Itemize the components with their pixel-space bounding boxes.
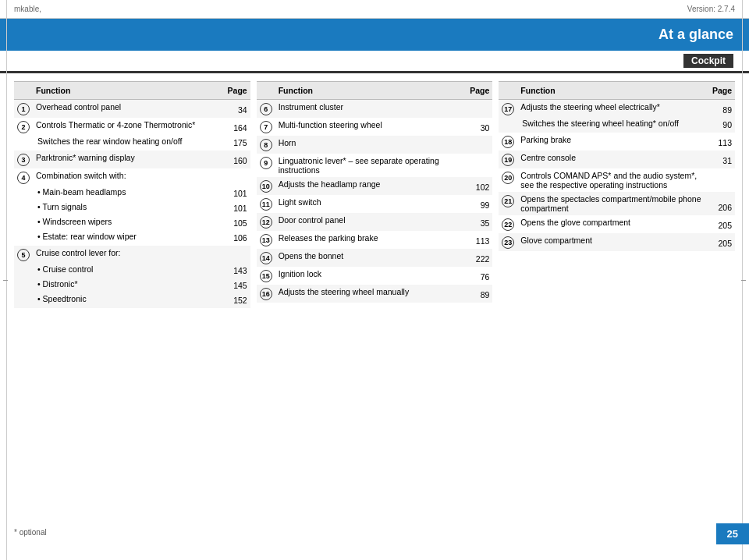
row-function-cell: Controls COMAND APS* and the audio syste… (517, 168, 707, 192)
table-row: 7Multi-function steering wheel30 (257, 118, 493, 136)
table-row: 18Parking brake113 (499, 133, 735, 151)
subrow-function-cell: • Speedtronic (33, 293, 222, 308)
row-function-cell: Door control panel (275, 213, 465, 231)
row-page-cell (464, 154, 492, 177)
table-row: 12Door control panel35 (257, 213, 493, 231)
row-number-cell: 11 (257, 195, 275, 213)
subrow-function-cell: Switches the rear window heating on/off (33, 136, 222, 151)
subrow-empty-cell (14, 136, 33, 151)
table-subrow: • Estate: rear window wiper106 (14, 231, 250, 246)
table-3-header-row: Function Page (499, 82, 735, 100)
table-3-function-header: Function (517, 82, 707, 100)
row-function-cell: Adjusts the steering wheel electrically* (517, 100, 707, 119)
circle-number: 18 (502, 136, 514, 148)
row-function-cell: Multi-function steering wheel (275, 118, 465, 136)
subrow-page-cell: 152 (222, 293, 250, 308)
row-number-cell: 6 (257, 100, 275, 119)
table-row: 1Overhead control panel34 (14, 100, 250, 119)
row-function-cell: Centre console (517, 151, 707, 168)
row-number-cell: 14 (257, 249, 275, 267)
cockpit-label: Cockpit (683, 54, 733, 68)
page-header: mkable, Version: 2.7.4 (0, 0, 749, 19)
row-number-cell: 3 (14, 151, 33, 168)
page-title: At a glance (658, 27, 733, 42)
table-subrow: Switches the steering wheel heating* on/… (499, 118, 735, 133)
row-number-cell: 22 (499, 215, 517, 233)
table-section-2: Function Page 6Instrument cluster7Multi-… (257, 81, 493, 308)
table-section-3: Function Page 17Adjusts the steering whe… (499, 81, 735, 308)
row-page-cell: 102 (464, 177, 492, 195)
subrow-function-cell: • Turn signals (33, 201, 222, 216)
subrow-empty-cell (14, 201, 33, 216)
table-row: 23Glove compartment205 (499, 233, 735, 251)
circle-number: 16 (260, 288, 272, 300)
row-function-cell: Releases the parking brake (275, 231, 465, 249)
table-row: 5Cruise control lever for: (14, 246, 250, 264)
table-row: 16Adjusts the steering wheel manually89 (257, 285, 493, 303)
row-function-cell: Cruise control lever for: (33, 246, 222, 264)
circle-number: 8 (260, 139, 272, 151)
row-function-cell: Linguatronic lever* – see separate opera… (275, 154, 465, 177)
table-row: 10Adjusts the headlamp range102 (257, 177, 493, 195)
row-page-cell (464, 136, 492, 154)
header-center: Version: 2.7.4 (687, 5, 735, 13)
row-number-cell: 19 (499, 151, 517, 168)
row-number-cell: 2 (14, 118, 33, 136)
circle-number: 21 (502, 195, 514, 207)
table-row: 8Horn (257, 136, 493, 154)
subrow-empty-cell (14, 293, 33, 308)
table-row: 3Parktronic* warning display160 (14, 151, 250, 168)
table-row: 9Linguatronic lever* – see separate oper… (257, 154, 493, 177)
subrow-page-cell: 101 (222, 201, 250, 216)
table-1-header-row: Function Page (14, 82, 250, 100)
row-number-cell: 8 (257, 136, 275, 154)
table-1-num-header (14, 82, 33, 100)
subrow-empty-cell (14, 264, 33, 278)
circle-number: 2 (17, 121, 30, 133)
table-subrow: • Windscreen wipers105 (14, 216, 250, 231)
row-page-cell: 206 (707, 192, 735, 215)
row-function-cell: Controls Thermatic or 4-zone Thermotroni… (33, 118, 222, 136)
circle-number: 11 (260, 198, 272, 211)
row-page-cell: 164 (222, 118, 250, 136)
table-row: 6Instrument cluster (257, 100, 493, 119)
table-row: 11Light switch99 (257, 195, 493, 213)
row-page-cell: 76 (464, 267, 492, 285)
row-function-cell: Adjusts the steering wheel manually (275, 285, 465, 303)
circle-number: 19 (502, 154, 514, 166)
row-page-cell: 222 (464, 249, 492, 267)
row-page-cell (222, 168, 250, 186)
subrow-empty-cell (14, 231, 33, 246)
row-function-cell: Parking brake (517, 133, 707, 151)
table-row: 15Ignition lock76 (257, 267, 493, 285)
row-function-cell: Horn (275, 136, 465, 154)
subrow-function-cell: • Main-beam headlamps (33, 186, 222, 201)
subrow-page-cell: 106 (222, 231, 250, 246)
subrow-page-cell: 101 (222, 186, 250, 201)
row-function-cell: Combination switch with: (33, 168, 222, 186)
table-1-page-header: Page (222, 82, 250, 100)
subrow-page-cell: 175 (222, 136, 250, 151)
row-function-cell: Overhead control panel (33, 100, 222, 119)
table-row: 22Opens the glove compartment205 (499, 215, 735, 233)
row-page-cell: 113 (707, 133, 735, 151)
circle-number: 23 (502, 236, 514, 249)
row-page-cell: 113 (464, 231, 492, 249)
row-function-cell: Parktronic* warning display (33, 151, 222, 168)
subrow-function-cell: • Cruise control (33, 264, 222, 278)
table-3-num-header (499, 82, 517, 100)
row-page-cell: 205 (707, 233, 735, 251)
subrow-function-cell: Switches the steering wheel heating* on/… (517, 118, 707, 133)
row-number-cell: 1 (14, 100, 33, 119)
row-page-cell: 99 (464, 195, 492, 213)
row-function-cell: Opens the glove compartment (517, 215, 707, 233)
table-2-page-header: Page (464, 82, 492, 100)
subrow-function-cell: • Distronic* (33, 278, 222, 293)
left-dash (3, 280, 8, 281)
table-1-function-header: Function (33, 82, 222, 100)
row-number-cell: 16 (257, 285, 275, 303)
subrow-page-cell: 145 (222, 278, 250, 293)
right-dash (741, 280, 746, 281)
cockpit-bar: Cockpit (0, 52, 749, 73)
circle-number: 13 (260, 234, 272, 246)
